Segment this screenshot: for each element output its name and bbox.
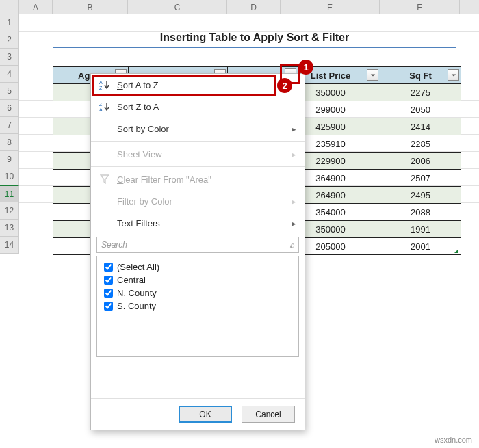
cell-sqft[interactable]: 2088	[380, 204, 461, 221]
page-title: Inserting Table to Apply Sort & Filter	[53, 31, 456, 48]
row-5[interactable]: 5	[0, 83, 19, 100]
col-F[interactable]: F	[380, 0, 460, 14]
svg-text:A: A	[99, 107, 103, 112]
menu-separator	[91, 166, 305, 167]
cancel-button[interactable]: Cancel	[242, 406, 295, 423]
menu-clear-filter: Clear Filter From "Area"	[91, 168, 305, 190]
menu-label: Text Filters	[117, 218, 160, 228]
svg-text:A: A	[99, 80, 103, 85]
cell-sqft[interactable]: 2050	[380, 101, 461, 118]
cell-sqft[interactable]: 2507	[380, 170, 461, 187]
cell-sqft[interactable]: 2414	[380, 118, 461, 135]
row-11[interactable]: 11	[0, 185, 19, 202]
search-placeholder: Search	[101, 240, 127, 250]
menu-label: Clear Filter From "Area"	[117, 174, 211, 185]
cell-sqft[interactable]: 2275	[380, 84, 461, 101]
cell-sqft[interactable]: 2006	[380, 153, 461, 170]
filter-button-list[interactable]	[367, 69, 378, 81]
row-3[interactable]: 3	[0, 49, 19, 66]
checkbox[interactable]	[104, 276, 113, 285]
cell-sqft[interactable]: 2495	[380, 187, 461, 204]
check-label: N. County	[117, 288, 157, 298]
menu-text-filters[interactable]: Text Filters▸	[91, 212, 305, 234]
watermark: wsxdn.com	[435, 436, 472, 444]
select-all-cell[interactable]	[0, 0, 19, 14]
menu-sort-az[interactable]: AZ Sort A to Z	[91, 74, 305, 96]
svg-text:Z: Z	[99, 102, 103, 107]
col-A[interactable]: A	[19, 0, 53, 14]
cell-sqft[interactable]: 1991	[380, 221, 461, 238]
row-9[interactable]: 9	[0, 151, 19, 168]
cell-handle[interactable]	[452, 247, 458, 252]
menu-sheet-view: Sheet View▸	[91, 143, 305, 165]
check-scounty[interactable]: S. County	[101, 300, 294, 313]
menu-sort-color[interactable]: Sort by Color▸	[91, 118, 305, 140]
checkbox[interactable]	[104, 302, 113, 311]
row-2[interactable]: 2	[0, 31, 19, 49]
col-D[interactable]: D	[227, 0, 281, 14]
check-select-all[interactable]: (Select All)	[101, 261, 294, 274]
menu-separator	[91, 141, 305, 142]
col-C[interactable]: C	[128, 0, 227, 14]
svg-text:Z: Z	[99, 85, 103, 90]
menu-label: Sheet View	[117, 149, 162, 159]
menu-sort-za[interactable]: ZA Sort Z to A	[91, 96, 305, 118]
check-label: Central	[117, 275, 146, 285]
badge-1: 1	[298, 60, 313, 75]
col-B[interactable]: B	[53, 0, 128, 14]
row-7[interactable]: 7	[0, 117, 19, 134]
chevron-right-icon: ▸	[292, 124, 296, 134]
row-13[interactable]: 13	[0, 220, 19, 237]
chevron-right-icon: ▸	[292, 218, 296, 228]
menu-label: Sort Z to A	[117, 102, 159, 112]
check-ncounty[interactable]: N. County	[101, 287, 294, 300]
sort-za-icon: ZA	[98, 101, 112, 112]
chevron-right-icon: ▸	[292, 149, 296, 159]
filter-button-sqft[interactable]	[448, 69, 459, 81]
cell-sqft[interactable]: 2001	[380, 238, 461, 255]
menu-label: Sort A to Z	[117, 80, 159, 90]
col-E[interactable]: E	[281, 0, 380, 14]
clear-filter-icon	[98, 174, 112, 184]
dialog-buttons: OK Cancel	[91, 398, 305, 430]
checkbox[interactable]	[104, 289, 113, 298]
menu-label: Sort by Color	[117, 124, 169, 134]
row-4[interactable]: 4	[0, 66, 19, 83]
ok-button[interactable]: OK	[179, 406, 232, 423]
search-icon: ⌕	[289, 240, 294, 250]
menu-label: Filter by Color	[117, 196, 172, 207]
row-headers: 1 2 3 4 5 6 7 8 9 10 11 12 13 14	[0, 14, 19, 254]
menu-filter-color: Filter by Color▸	[91, 190, 305, 212]
row-12[interactable]: 12	[0, 202, 19, 220]
row-6[interactable]: 6	[0, 100, 19, 117]
chevron-right-icon: ▸	[292, 196, 296, 207]
check-label: S. County	[117, 301, 156, 311]
badge-2: 2	[277, 78, 292, 93]
row-10[interactable]: 10	[0, 168, 19, 185]
cell-sqft[interactable]: 2285	[380, 135, 461, 153]
filter-checklist: (Select All) Central N. County S. County	[96, 256, 299, 357]
check-label: (Select All)	[117, 262, 159, 272]
sort-az-icon: AZ	[98, 79, 112, 90]
header-sqft: Sq Ft	[380, 67, 461, 84]
filter-dropdown: AZ Sort A to Z ZA Sort Z to A Sort by Co…	[90, 73, 305, 430]
search-input[interactable]: Search⌕	[96, 237, 299, 253]
checkbox[interactable]	[104, 263, 113, 272]
row-8[interactable]: 8	[0, 134, 19, 151]
column-headers: A B C D E F	[0, 0, 479, 14]
check-central[interactable]: Central	[101, 274, 294, 287]
row-14[interactable]: 14	[0, 237, 19, 254]
row-1[interactable]: 1	[0, 14, 19, 31]
